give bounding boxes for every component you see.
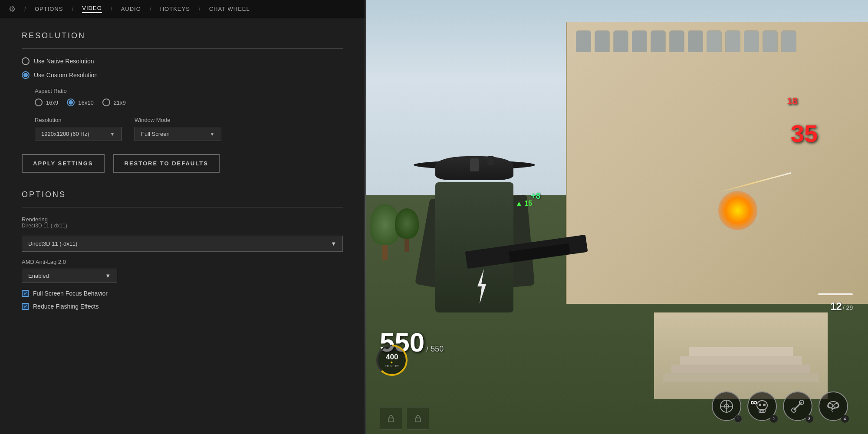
ammo-total: / 29 [843, 304, 853, 311]
xp-gain-text: +8 [531, 191, 541, 201]
xp-ls-text: ▲ 15 [516, 200, 532, 207]
ability-1: 1 [712, 391, 741, 421]
native-resolution-radio[interactable] [22, 57, 30, 65]
rendering-subtitle: Direct3D 11 (-dx11) [22, 223, 343, 229]
apply-settings-button[interactable]: APPLY SETTINGS [22, 154, 105, 173]
options-title: OPTIONS [22, 190, 343, 199]
to-next-number: 400 [386, 353, 398, 361]
reduce-flashing-label: Reduce Flashing Effects [33, 303, 99, 310]
game-scene: 550 / 550 +8 ▲ 15 18 35 12 / 29 [365, 0, 868, 434]
custom-resolution-label: Use Custom Resolution [34, 72, 98, 79]
hud-red-small: 18 [787, 95, 797, 107]
nav-hotkeys[interactable]: HOTKEYS [160, 6, 190, 12]
amd-arrow: ▼ [105, 273, 111, 279]
ability-2-num: 2 [770, 415, 778, 423]
ability-3: 3 [783, 391, 812, 421]
aspect-16x9-label: 16x9 [46, 99, 58, 106]
aspect-21x9-label: 21x9 [114, 99, 126, 106]
nav-separator-3: / [111, 6, 112, 13]
aspect-ratio-options: 16x9 16x10 21x9 [35, 99, 343, 106]
fullscreen-focus-checkbox[interactable]: Full Screen Focus Behavior [22, 290, 343, 297]
custom-resolution-radio[interactable] [22, 71, 30, 79]
nav-chat-wheel[interactable]: CHAT WHEEL [209, 6, 250, 12]
custom-resolution-option[interactable]: Use Custom Resolution [22, 71, 343, 79]
aspect-ratio-label: Aspect Ratio [35, 88, 343, 94]
hud-ammo: 12 / 29 [830, 300, 853, 312]
xp-progress-ring: 400 ✦ TO NEXT [375, 343, 409, 378]
restore-defaults-button[interactable]: RESTORE TO DEFAULTS [113, 154, 220, 173]
nav-options[interactable]: OPTIONS [35, 6, 63, 12]
ability-4-num: 4 [841, 415, 849, 423]
amd-dropdown[interactable]: Enabled ▼ [22, 269, 117, 283]
to-next-label: TO NEXT [385, 365, 399, 368]
locked-items [380, 407, 429, 430]
rendering-dropdown-arrow: ▼ [331, 240, 336, 247]
resolution-divider [22, 48, 343, 49]
window-mode-value: Full Screen [141, 131, 170, 137]
panel-divider [365, 0, 366, 434]
resolution-dropdown-label: Resolution [35, 117, 122, 123]
nav-separator-2: / [72, 6, 73, 13]
nav-audio[interactable]: AUDIO [121, 6, 141, 12]
aspect-16x9[interactable]: 16x9 [35, 99, 58, 106]
ability-4: 4 [819, 391, 848, 421]
fullscreen-focus-checkbox-box[interactable] [22, 290, 29, 297]
aspect-21x9-radio[interactable] [102, 99, 110, 106]
hud-red-number: 35 [791, 122, 818, 146]
svg-point-18 [828, 401, 838, 408]
aspect-16x9-radio[interactable] [35, 99, 43, 106]
resolution-radio-group: Use Native Resolution Use Custom Resolut… [22, 57, 343, 79]
aspect-21x9[interactable]: 21x9 [102, 99, 126, 106]
staircase-area [654, 291, 828, 399]
health-max: / 550 [426, 345, 444, 354]
rendering-dropdown[interactable]: Direct3D 11 (-dx11) ▼ [22, 236, 343, 252]
rendering-dropdown-value: Direct3D 11 (-dx11) [28, 240, 77, 247]
game-screenshot-panel: 550 / 550 +8 ▲ 15 18 35 12 / 29 [365, 0, 868, 434]
ammo-current: 12 [830, 300, 842, 312]
window-mode-dropdown-group: Window Mode Full Screen ▼ [135, 117, 221, 141]
window-mode-label: Window Mode [135, 117, 221, 123]
aspect-16x10-label: 16x10 [78, 99, 93, 106]
fullscreen-focus-label: Full Screen Focus Behavior [33, 290, 108, 297]
ammo-bar [818, 293, 853, 295]
top-nav: ⚙ / OPTIONS / VIDEO / AUDIO / HOTKEYS / … [0, 0, 365, 18]
aspect-ratio-section: Aspect Ratio 16x9 16x10 21x9 [35, 88, 343, 106]
gear-icon[interactable]: ⚙ [9, 4, 16, 14]
ability-3-num: 3 [806, 415, 813, 423]
action-buttons-row: APPLY SETTINGS RESTORE TO DEFAULTS [22, 154, 343, 173]
aspect-16x10-radio[interactable] [67, 99, 75, 106]
reduce-flashing-checkbox[interactable]: Reduce Flashing Effects [22, 303, 343, 310]
native-resolution-label: Use Native Resolution [34, 58, 94, 65]
window-mode-dropdown[interactable]: Full Screen ▼ [135, 127, 221, 141]
resolution-dropdown-arrow: ▼ [110, 131, 115, 137]
resolution-dropdown-group: Resolution 1920x1200 (60 Hz) ▼ [35, 117, 122, 141]
svg-point-12 [759, 404, 761, 406]
nav-separator: / [24, 6, 26, 13]
svg-point-7 [757, 401, 767, 410]
settings-scroll-area: RESOLUTION Use Native Resolution Use Cus… [0, 18, 365, 434]
settings-panel: ⚙ / OPTIONS / VIDEO / AUDIO / HOTKEYS / … [0, 0, 365, 434]
aspect-16x10[interactable]: 16x10 [67, 99, 93, 106]
to-next-icon: ✦ [390, 361, 394, 365]
building-windows [567, 22, 868, 61]
options-divider [22, 207, 343, 207]
resolution-section: RESOLUTION Use Native Resolution Use Cus… [22, 31, 343, 173]
locked-item-2 [407, 407, 429, 430]
resolution-dropdown-value: 1920x1200 (60 Hz) [41, 131, 89, 137]
ability-icons-row: 1 2 [712, 391, 848, 421]
options-section: OPTIONS Rendering Direct3D 11 (-dx11) Di… [22, 190, 343, 310]
amd-value: Enabled [28, 273, 49, 279]
native-resolution-option[interactable]: Use Native Resolution [22, 57, 343, 65]
svg-marker-0 [477, 269, 486, 304]
svg-rect-22 [388, 418, 394, 422]
svg-line-17 [796, 404, 799, 408]
rendering-label: Rendering [22, 216, 343, 223]
dropdowns-row: Resolution 1920x1200 (60 Hz) ▼ Window Mo… [35, 117, 343, 141]
reduce-flashing-checkbox-box[interactable] [22, 303, 29, 310]
amd-label: AMD Anti-Lag 2.0 [22, 259, 343, 265]
nav-video[interactable]: VIDEO [82, 5, 102, 13]
nav-separator-4: / [150, 6, 151, 13]
main-building [566, 22, 868, 304]
infinite-symbol: ∞ [750, 397, 757, 408]
resolution-dropdown[interactable]: 1920x1200 (60 Hz) ▼ [35, 127, 122, 141]
